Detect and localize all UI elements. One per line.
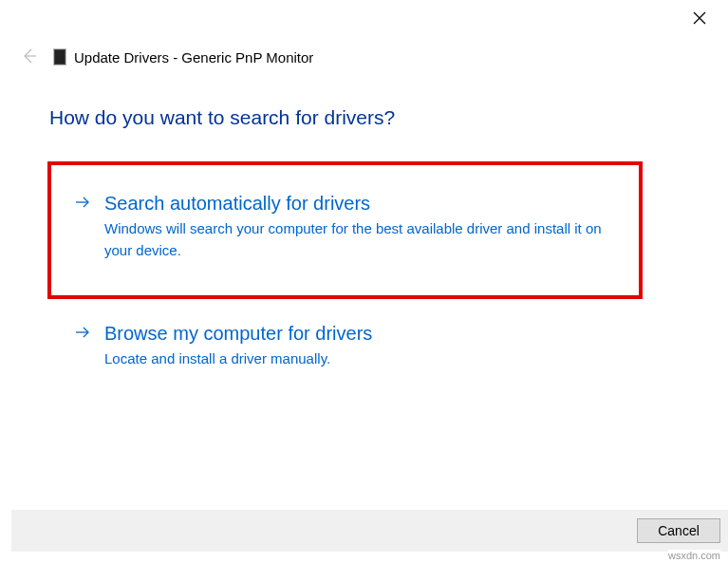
option-text: Browse my computer for drivers Locate an… — [104, 320, 618, 370]
options-list: Search automatically for drivers Windows… — [47, 161, 643, 376]
close-icon — [693, 11, 706, 28]
breadcrumb: Update Drivers - Generic PnP Monitor — [74, 49, 313, 66]
cancel-button[interactable]: Cancel — [637, 518, 720, 543]
option-search-automatically[interactable]: Search automatically for drivers Windows… — [47, 161, 643, 299]
header-row: Update Drivers - Generic PnP Monitor — [19, 47, 709, 66]
arrow-right-icon — [74, 324, 91, 341]
option-description: Windows will search your computer for th… — [104, 218, 618, 261]
option-text: Search automatically for drivers Windows… — [104, 190, 618, 261]
title-group: Update Drivers - Generic PnP Monitor — [53, 48, 313, 66]
watermark: wsxdn.com — [668, 550, 720, 561]
option-title: Search automatically for drivers — [104, 190, 618, 216]
page-heading: How do you want to search for drivers? — [49, 106, 395, 129]
close-button[interactable] — [688, 8, 711, 30]
update-drivers-dialog: Update Drivers - Generic PnP Monitor How… — [0, 0, 728, 563]
footer-bar: Cancel — [11, 510, 728, 552]
arrow-left-icon — [20, 47, 37, 67]
arrow-right-icon — [74, 194, 91, 211]
option-description: Locate and install a driver manually. — [104, 348, 618, 370]
monitor-icon — [53, 48, 66, 66]
back-button[interactable] — [19, 47, 38, 66]
option-title: Browse my computer for drivers — [104, 320, 618, 347]
option-browse-computer[interactable]: Browse my computer for drivers Locate an… — [47, 314, 643, 376]
